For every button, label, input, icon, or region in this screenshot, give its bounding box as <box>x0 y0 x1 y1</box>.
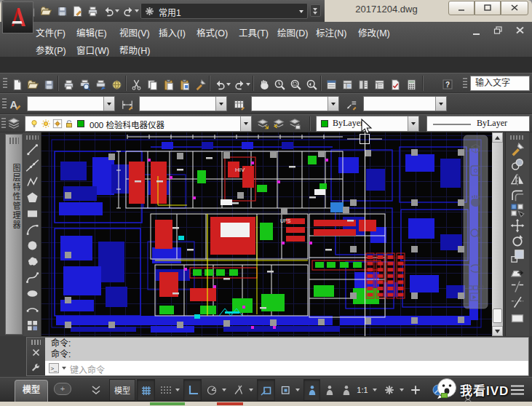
circle-tool[interactable] <box>25 239 39 252</box>
ortho-toggle[interactable] <box>183 379 202 401</box>
qat-redo-dropdown[interactable] <box>135 9 139 12</box>
layer-properties-button[interactable] <box>7 116 21 131</box>
layer-properties-palette-bar[interactable]: 图层特性管理器 <box>5 134 23 335</box>
spline-tool[interactable] <box>25 271 39 284</box>
command-prompt-icon[interactable]: >_ <box>49 363 59 373</box>
extend-tool[interactable] <box>510 295 525 309</box>
properties-button[interactable] <box>324 77 338 92</box>
redo-dropdown[interactable] <box>246 83 250 86</box>
annotation-visibility-toggle[interactable] <box>303 379 320 401</box>
open-button[interactable] <box>25 77 40 92</box>
isodraft-toggle[interactable] <box>229 379 247 401</box>
command-input[interactable]: >_ 键入命令 <box>45 361 528 375</box>
scrollbar-thumb[interactable] <box>493 309 502 323</box>
make-layer-current-button[interactable] <box>255 116 270 131</box>
menu-edit[interactable]: 编辑(E) <box>76 25 107 39</box>
layer-vpfreeze-icon[interactable] <box>52 119 63 129</box>
rectangle-tool[interactable] <box>25 207 39 220</box>
qat-save-button[interactable] <box>55 4 69 18</box>
copy-tool[interactable] <box>510 157 525 172</box>
layer-states-button[interactable] <box>287 116 302 131</box>
qat-plot-button[interactable] <box>85 4 100 18</box>
qat-overflow-button[interactable] <box>310 4 321 17</box>
designcenter-button[interactable] <box>340 77 354 92</box>
text-style-caret[interactable] <box>103 97 114 111</box>
menu-window[interactable]: 窗口(W) <box>76 43 109 57</box>
layout-chevrons-icon[interactable] <box>92 385 100 395</box>
layer-combo[interactable]: 000 检验科电器仪器 <box>25 116 252 132</box>
modify-toolbar-grip[interactable] <box>510 135 523 140</box>
autocad-logo-button[interactable] <box>2 1 33 33</box>
undo-dropdown[interactable] <box>226 83 231 86</box>
color-combo-caret[interactable] <box>408 116 418 131</box>
menu-insert[interactable]: 插入(I) <box>159 25 186 39</box>
styles-toolbar-grip[interactable] <box>2 98 7 110</box>
stretch-tool[interactable] <box>510 264 525 279</box>
qat-redo-button[interactable] <box>121 4 135 18</box>
save-button[interactable] <box>41 77 56 92</box>
snap-caret[interactable] <box>175 389 180 391</box>
toolbar-grip[interactable] <box>3 78 7 89</box>
doc-close-icon[interactable] <box>515 26 525 35</box>
qat-undo-button[interactable] <box>101 4 116 18</box>
palette-grip[interactable] <box>9 138 19 144</box>
undo-button[interactable] <box>213 77 227 92</box>
command-window[interactable]: 命令: 命令: >_ 键入命令 <box>26 337 529 376</box>
polygon-tool[interactable] <box>25 191 39 204</box>
polar-toggle[interactable] <box>202 379 221 401</box>
menu-view[interactable]: 视图(V) <box>119 25 150 39</box>
doc-restore-icon[interactable] <box>493 26 504 35</box>
ellipse-arc-tool[interactable] <box>25 303 39 317</box>
revcloud-tool[interactable] <box>25 255 39 268</box>
dim-style-combo[interactable] <box>139 96 227 111</box>
close-button[interactable] <box>501 1 528 15</box>
trim-tool[interactable] <box>510 279 525 294</box>
isodraft-caret[interactable] <box>249 389 253 391</box>
drawing-canvas[interactable]: HIV UPS <box>41 132 492 336</box>
workspace-dropdown[interactable]: 常用1 <box>140 3 308 19</box>
break-tool[interactable] <box>510 310 525 325</box>
vertical-scrollbar[interactable] <box>492 132 503 336</box>
grid-toggle[interactable] <box>156 379 174 401</box>
linetype-combo[interactable]: ByLayer <box>426 116 530 132</box>
gear-caret[interactable] <box>400 389 404 391</box>
text-style-icon[interactable] <box>8 97 23 112</box>
new-button[interactable] <box>9 77 24 92</box>
markup-button[interactable] <box>388 77 402 92</box>
scale-tool[interactable] <box>510 249 525 263</box>
help-button[interactable] <box>440 77 455 92</box>
3ddwf-button[interactable] <box>109 77 124 92</box>
zoom-window-button[interactable] <box>288 77 303 92</box>
table-style-combo[interactable] <box>251 96 339 111</box>
scroll-down-button[interactable] <box>492 326 503 336</box>
offset-tool[interactable] <box>510 188 525 202</box>
new-layout-button[interactable]: + <box>54 383 71 395</box>
layer-lock-icon[interactable] <box>64 119 74 129</box>
doc-minimize-icon[interactable] <box>472 28 482 36</box>
mirror-tool[interactable] <box>510 172 525 187</box>
navigation-bar[interactable] <box>464 135 488 309</box>
match-properties-button[interactable] <box>193 77 207 92</box>
construction-line-tool[interactable] <box>25 159 39 172</box>
menu-format[interactable]: 格式(O) <box>196 25 228 39</box>
model-space-toggle[interactable]: 模型 <box>109 379 135 401</box>
insert-block-tool[interactable] <box>25 319 39 333</box>
menu-help[interactable]: 帮助(H) <box>119 43 150 57</box>
publish-button[interactable] <box>93 77 108 92</box>
qat-open-button[interactable] <box>39 4 53 18</box>
paste-block-button[interactable] <box>177 77 191 92</box>
command-history[interactable]: 命令: 命令: <box>45 338 528 361</box>
dim-style-caret[interactable] <box>215 97 226 111</box>
menu-file[interactable]: 文件(F) <box>36 25 65 39</box>
menu-tools[interactable]: 工具(T) <box>239 25 269 39</box>
redo-button[interactable] <box>232 77 247 92</box>
osnap-caret[interactable] <box>295 389 300 391</box>
polar-caret[interactable] <box>222 389 226 391</box>
minimize-button[interactable] <box>448 1 475 15</box>
menu-dimension[interactable]: 标注(N) <box>316 25 346 39</box>
customization-gear-button[interactable] <box>381 379 398 401</box>
text-toolbar-grip[interactable] <box>463 78 467 89</box>
layer-previous-button[interactable] <box>271 116 286 131</box>
snap-toggle[interactable] <box>137 379 155 401</box>
annotation-scale-caret[interactable] <box>373 389 377 391</box>
